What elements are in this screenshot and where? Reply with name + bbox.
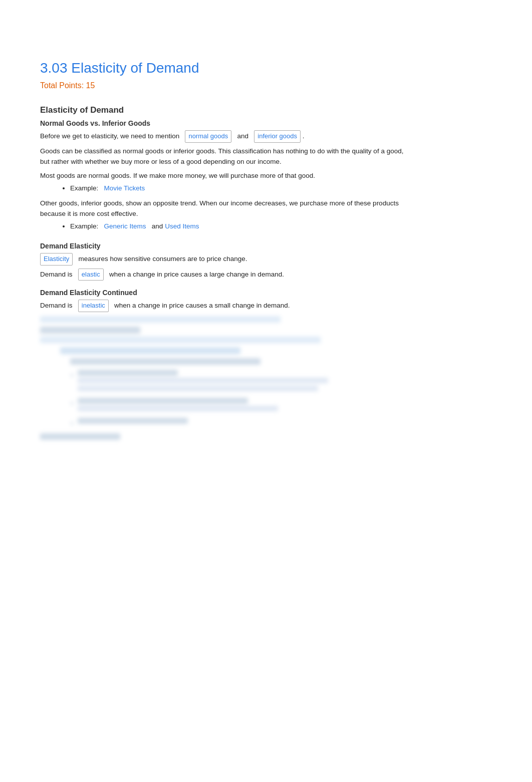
page-title: 3.03 Elasticity of Demand [40,60,411,76]
elastic-line: Demand is elastic when a change in price… [40,269,411,281]
inferior-goods-tag[interactable]: inferior goods [254,130,301,143]
section2-heading: Demand Elasticity [40,242,411,250]
paragraph1: Goods can be classified as normal goods … [40,146,411,167]
inelastic-desc: when a change in price causes a small ch… [114,302,290,309]
blurred-section-numbered: • • • [40,358,411,429]
bullet-list-2: Example: Generic Items and Used Items [70,222,411,230]
bullet-item-2: Example: Generic Items and Used Items [70,222,411,230]
total-points: Total Points: 15 [40,81,411,90]
elasticity-desc: measures how sensitive consumers are to … [79,255,247,263]
generic-items-link[interactable]: Generic Items [104,222,146,230]
section-demand-elasticity-continued: Demand Elasticity Continued Demand is in… [40,289,411,440]
blurred-section-1 [40,316,411,323]
elastic-prefix: Demand is [40,271,73,278]
blurred-section-3 [40,347,411,354]
movie-tickets-link[interactable]: Movie Tickets [104,184,145,192]
bullet-list-1: Example: Movie Tickets [70,184,411,192]
section1-subheading: Normal Goods vs. Inferior Goods [40,119,411,127]
elastic-tag[interactable]: elastic [78,269,104,281]
and-text: and [237,132,248,140]
section3-heading: Demand Elasticity Continued [40,289,411,297]
elasticity-line: Elasticity measures how sensitive consum… [40,253,411,266]
period: . [303,132,305,140]
bullet1-prefix: Example: [70,184,98,192]
used-items-link[interactable]: Used Items [165,222,199,230]
bullet2-prefix: Example: [70,222,98,230]
elasticity-tag[interactable]: Elasticity [40,253,73,266]
bullet-item-1: Example: Movie Tickets [70,184,411,192]
inelastic-line: Demand is inelastic when a change in pri… [40,300,411,312]
blurred-footer [40,433,411,440]
section-demand-elasticity: Demand Elasticity Elasticity measures ho… [40,242,411,281]
inelastic-tag[interactable]: inelastic [78,300,109,312]
paragraph3: Other goods, inferior goods, show an opp… [40,198,411,219]
inelastic-prefix: Demand is [40,302,73,309]
intro-line: Before we get to elasticity, we need to … [40,130,411,143]
elastic-desc: when a change in price causes a large ch… [109,271,284,278]
normal-goods-tag[interactable]: normal goods [185,130,231,143]
intro-text: Before we get to elasticity, we need to … [40,132,179,140]
blurred-section-2 [40,327,411,343]
section-elasticity-demand: Elasticity of Demand Normal Goods vs. In… [40,105,411,230]
section1-heading: Elasticity of Demand [40,105,411,115]
bullet2-and: and [152,222,163,230]
paragraph2: Most goods are normal goods. If we make … [40,170,411,181]
